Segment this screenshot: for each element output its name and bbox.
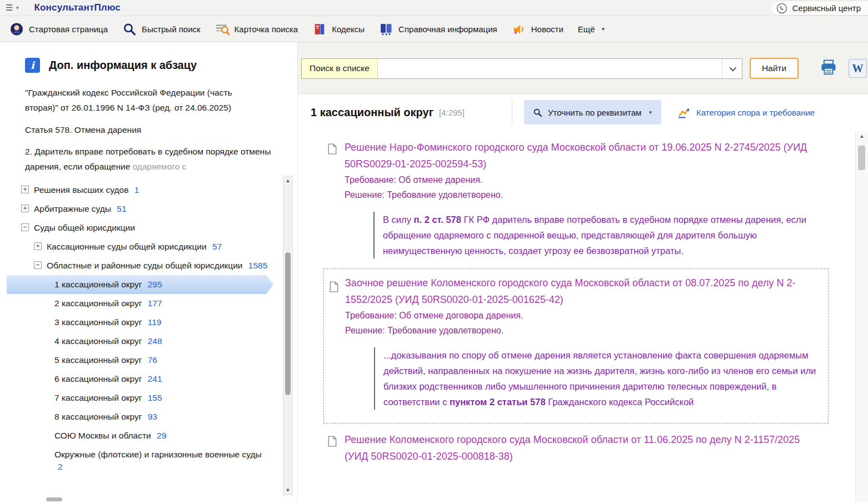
- quote-bold-text: п. 2 ст. 578: [414, 215, 461, 225]
- more-caret-icon: ▼: [601, 27, 605, 32]
- result-decision: Решение: Требование удовлетворено.: [345, 187, 839, 202]
- result-item[interactable]: Решение Коломенского городского суда Мос…: [298, 429, 855, 467]
- reference-info-icon: [379, 22, 393, 36]
- news-icon: [512, 22, 526, 36]
- search-card-icon: [215, 22, 230, 36]
- header-divider: [512, 101, 512, 124]
- expand-icon[interactable]: +: [34, 242, 42, 250]
- expand-icon[interactable]: +: [21, 186, 29, 193]
- quote-text: Гражданского кодекса Российской: [546, 397, 694, 407]
- tree-item-cassation-district-1[interactable]: 1 кассационный округ 295: [7, 275, 273, 294]
- toolbar-more[interactable]: Ещё ▼: [571, 16, 613, 42]
- left-panel-scrollbar[interactable]: ▲ ▼: [283, 176, 293, 495]
- tree-item-cassation-courts[interactable]: + Кассационные суды общей юрисдикции 57: [0, 237, 297, 256]
- result-requirement: Требование: Об отмене договора дарения.: [345, 308, 817, 323]
- list-search-row: Поиск в списке Найти: [301, 58, 799, 79]
- panel-title: Доп. информация к абзацу: [49, 59, 197, 72]
- result-item[interactable]: Решение Наро-Фоминского городского суда …: [298, 137, 855, 265]
- service-center-label: Сервисный центр: [792, 3, 861, 13]
- document-icon: [328, 436, 337, 447]
- tree-item-regional-district-courts[interactable]: − Областные и районные суды общей юрисди…: [0, 256, 297, 275]
- refine-button-label: Уточнить по реквизитам: [548, 108, 641, 117]
- main-area: Поиск в списке Найти W 1 кассационный ок…: [297, 42, 868, 502]
- refine-caret-icon: ▼: [648, 110, 652, 115]
- search-input[interactable]: [378, 59, 722, 78]
- document-icon: [330, 281, 338, 292]
- results-list: Решение Наро-Фоминского городского суда …: [298, 131, 855, 502]
- scroll-up-icon[interactable]: ▲: [856, 133, 868, 139]
- toolbar-reference-info[interactable]: Справочная информация: [372, 16, 505, 42]
- phone-icon: [776, 3, 787, 14]
- tree-item-cassation-district-7[interactable]: 7 кассационный округ 155: [0, 389, 297, 407]
- app-logo: КонсультантПлюс: [34, 2, 121, 13]
- toolbar-start-page-label: Стартовая страница: [29, 24, 108, 34]
- scrollbar-thumb[interactable]: [858, 146, 865, 170]
- scroll-down-icon[interactable]: ▼: [283, 487, 292, 493]
- start-page-icon: [9, 22, 24, 36]
- tree-item-cassation-district-9[interactable]: СОЮ Москвы и области 29: [0, 426, 297, 445]
- tree-item-cassation-district-5[interactable]: 5 кассационный округ 76: [0, 351, 297, 370]
- category-of-dispute-link[interactable]: Категория спора и требование: [677, 94, 815, 131]
- tree-item-cassation-district-4[interactable]: 4 кассационный округ 248: [0, 332, 297, 351]
- refine-by-requisites-button[interactable]: Уточнить по реквизитам ▼: [524, 100, 661, 124]
- search-history-dropdown-button[interactable]: [722, 59, 742, 78]
- result-title-link[interactable]: Заочное решение Коломенского городского …: [345, 275, 812, 308]
- tree-item-soyu-moscow[interactable]: Окружные (флотские) и гарнизонные военны…: [0, 445, 297, 476]
- tree-item-label: 6 кассационный округ: [54, 374, 142, 384]
- result-item-selected[interactable]: Заочное решение Коломенского городского …: [323, 268, 829, 424]
- tree-item-label: СОЮ Москвы и области: [54, 431, 151, 440]
- find-button[interactable]: Найти: [750, 58, 799, 79]
- tree-item-count: 2: [58, 462, 63, 471]
- collapse-icon[interactable]: −: [21, 223, 29, 231]
- toolbar-start-page[interactable]: Стартовая страница: [2, 16, 115, 42]
- export-to-word-button[interactable]: W: [849, 59, 867, 78]
- tree-item-count: 155: [148, 393, 162, 402]
- tree-item-count: 93: [148, 412, 157, 421]
- result-title-link[interactable]: Решение Наро-Фоминского городского суда …: [345, 139, 811, 172]
- results-counter: [4:295]: [439, 108, 465, 117]
- tree-item-label: 4 кассационный округ: [54, 336, 142, 346]
- toolbar-news[interactable]: Новости: [505, 16, 571, 42]
- tree-item-count: 57: [212, 242, 222, 251]
- toolbar-news-label: Новости: [531, 24, 563, 34]
- tree-item-label: Областные и районные суды общей юрисдикц…: [47, 261, 243, 270]
- document-reference: "Гражданский кодекс Российской Федерации…: [25, 85, 258, 115]
- collapse-icon[interactable]: −: [34, 261, 42, 269]
- tree-item-higher-courts[interactable]: + Решения высших судов 1: [0, 181, 297, 200]
- printer-icon: [820, 59, 837, 75]
- tree-item-military-courts[interactable]: [0, 476, 297, 495]
- horizontal-scrollbar-thumb[interactable]: [46, 497, 62, 501]
- tree-item-cassation-district-8[interactable]: 8 кассационный округ 93: [0, 407, 297, 426]
- main-menu-button[interactable]: ☰ ▼: [0, 0, 25, 16]
- print-button[interactable]: [819, 59, 838, 77]
- result-title-link[interactable]: Решение Коломенского городского суда Мос…: [345, 431, 811, 465]
- chevron-down-icon: [730, 64, 737, 71]
- service-center-button[interactable]: Сервисный центр: [770, 1, 868, 16]
- document-icon: [328, 143, 337, 155]
- results-header: 1 кассационный округ [4:295] Уточнить по…: [298, 94, 868, 131]
- scroll-up-icon[interactable]: ▲: [283, 178, 292, 183]
- tree-item-cassation-district-2[interactable]: 2 кассационный округ 177: [0, 294, 297, 313]
- expand-icon[interactable]: +: [21, 205, 29, 212]
- tree-item-label: Окружные (флотские) и гарнизонные военны…: [54, 450, 262, 459]
- toolbar-codes-label: Кодексы: [332, 24, 365, 34]
- topbar: ☰ ▼ КонсультантПлюс Сервисный центр: [0, 0, 868, 16]
- article-excerpt: 2. Даритель вправе потребовать в судебно…: [25, 144, 283, 174]
- category-icon: [677, 106, 690, 119]
- result-requirement: Требование: Об отмене дарения.: [345, 172, 839, 187]
- left-panel: i Доп. информация к абзацу "Гражданский …: [0, 42, 297, 502]
- tree-item-label: 2 кассационный округ: [54, 298, 142, 308]
- main-toolbar: Стартовая страница Быстрый поиск Карточк…: [0, 16, 868, 42]
- left-panel-horizontal-scrollbar[interactable]: [0, 497, 278, 502]
- tree-item-general-jurisdiction[interactable]: − Суды общей юрисдикции: [0, 218, 297, 237]
- tree-item-count: 241: [148, 374, 162, 384]
- toolbar-codes[interactable]: Кодексы: [305, 16, 372, 42]
- toolbar-quick-search[interactable]: Быстрый поиск: [115, 16, 208, 42]
- results-scrollbar[interactable]: ▲: [855, 131, 868, 502]
- toolbar-reference-info-label: Справочная информация: [398, 24, 497, 34]
- scrollbar-thumb[interactable]: [285, 252, 291, 395]
- tree-item-cassation-district-3[interactable]: 3 кассационный округ 119: [0, 313, 297, 332]
- toolbar-search-card[interactable]: Карточка поиска: [208, 16, 306, 42]
- tree-item-cassation-district-6[interactable]: 6 кассационный округ 241: [0, 370, 297, 389]
- tree-item-arbitration-courts[interactable]: + Арбитражные суды 51: [0, 200, 297, 218]
